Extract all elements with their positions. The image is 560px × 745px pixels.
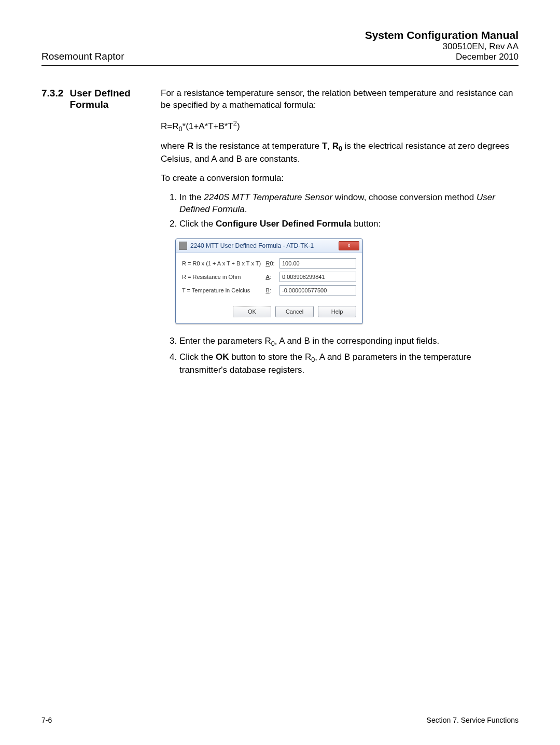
- section-sidebar: 7.3.2 User Defined Formula: [41, 75, 161, 385]
- section-number: 7.3.2: [41, 88, 67, 99]
- user-defined-formula-dialog: 2240 MTT User Defined Formula - ATD-TK-1…: [175, 238, 363, 324]
- dialog-titlebar-left: 2240 MTT User Defined Formula - ATD-TK-1: [179, 242, 314, 250]
- help-button[interactable]: Help: [318, 306, 356, 317]
- row-r0: R = R0 x (1 + A x T + B x T x T) R0:: [182, 258, 356, 269]
- input-b[interactable]: [279, 285, 356, 296]
- header-divider: [41, 65, 519, 66]
- steps-list: In the 2240S MTT Temperature Sensor wind…: [161, 192, 519, 231]
- formula: R=R0*(1+A*T+B*T2): [161, 119, 519, 133]
- footer: 7-6 Section 7. Service Functions: [41, 716, 519, 724]
- label-a: A:: [265, 273, 279, 281]
- intro-paragraph: For a resistance temperature sensor, the…: [161, 88, 519, 111]
- step-4: Click the OK button to store the R0, A a…: [179, 352, 519, 376]
- section-label: Section 7. Service Functions: [427, 716, 519, 724]
- label-b: B:: [265, 287, 279, 294]
- formula-expression: R = R0 x (1 + A x T + B x T x T): [182, 260, 265, 268]
- body: 7.3.2 User Defined Formula For a resista…: [41, 75, 519, 385]
- manual-title: System Configuration Manual: [41, 29, 519, 41]
- dialog-buttons: OK Cancel Help: [176, 302, 362, 324]
- steps-list-cont: Enter the parameters R0, A and B in the …: [161, 335, 519, 376]
- legend-t: T = Temperature in Celcius: [182, 287, 265, 294]
- dialog-screenshot: 2240 MTT User Defined Formula - ATD-TK-1…: [175, 238, 519, 324]
- page-number: 7-6: [41, 716, 52, 724]
- where-paragraph: where R is the resistance at temperature…: [161, 140, 519, 165]
- input-r0[interactable]: [279, 258, 356, 269]
- dialog-title: 2240 MTT User Defined Formula - ATD-TK-1: [190, 242, 314, 250]
- input-a[interactable]: [279, 272, 356, 282]
- step-3: Enter the parameters R0, A and B in the …: [179, 335, 519, 348]
- document-page: System Configuration Manual 300510EN, Re…: [0, 0, 560, 745]
- label-r0: R0:: [265, 260, 279, 268]
- step-1: In the 2240S MTT Temperature Sensor wind…: [179, 192, 519, 216]
- legend-r: R = Resistance in Ohm: [182, 273, 265, 281]
- ok-button[interactable]: OK: [233, 306, 271, 317]
- doc-id: 300510EN, Rev AA: [41, 41, 519, 52]
- close-button[interactable]: x: [339, 241, 359, 250]
- dialog-titlebar: 2240 MTT User Defined Formula - ATD-TK-1…: [176, 239, 362, 253]
- to-create-paragraph: To create a conversion formula:: [161, 173, 519, 185]
- row-a: R = Resistance in Ohm A:: [182, 272, 356, 282]
- row-b: T = Temperature in Celcius B:: [182, 285, 356, 296]
- section-heading: User Defined Formula: [69, 88, 130, 110]
- window-icon: [179, 242, 187, 250]
- content: For a resistance temperature sensor, the…: [161, 75, 519, 385]
- dialog-body: R = R0 x (1 + A x T + B x T x T) R0: R =…: [176, 253, 362, 302]
- cancel-button[interactable]: Cancel: [275, 306, 314, 317]
- product-name: Rosemount Raptor: [41, 51, 519, 62]
- step-2: Click the Configure User Defined Formula…: [179, 218, 519, 230]
